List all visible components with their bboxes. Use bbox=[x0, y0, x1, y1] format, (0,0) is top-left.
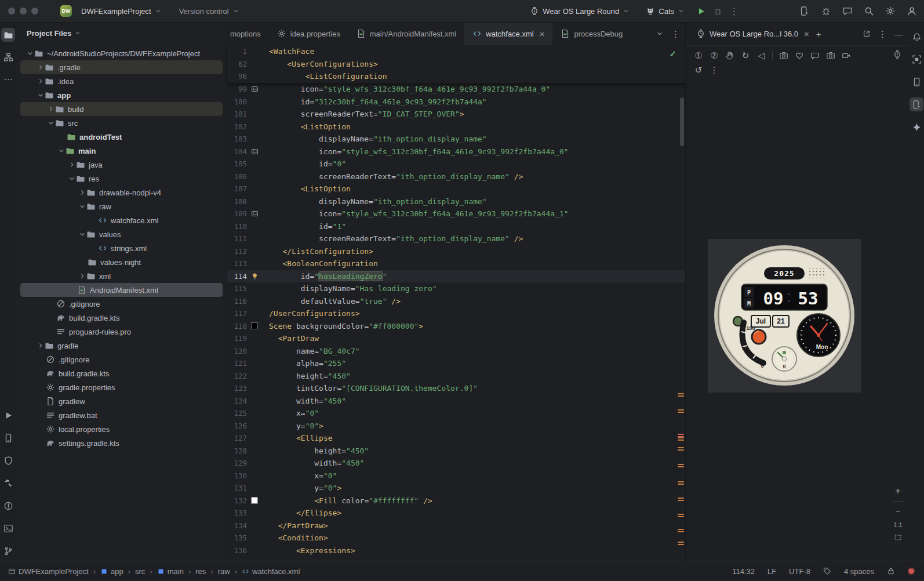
run-button[interactable] bbox=[696, 6, 706, 16]
watch-face-preview[interactable]: 2025 P M 09 53 Jul 21 bbox=[708, 239, 861, 393]
sticky-line[interactable]: 96 <ListConfiguration bbox=[227, 70, 686, 83]
close-tab-icon[interactable]: × bbox=[540, 29, 545, 39]
camera-button[interactable] bbox=[826, 51, 835, 60]
inspection-ok-icon[interactable]: ✓ bbox=[669, 49, 676, 59]
code-line[interactable]: 123 tintColor="[CONFIGURATION.themeColor… bbox=[227, 382, 686, 395]
project-view-selector[interactable]: Project Files bbox=[16, 22, 227, 44]
close-device-tab-icon[interactable]: × bbox=[804, 29, 809, 39]
tree-item[interactable]: java bbox=[20, 158, 223, 172]
back-button[interactable]: ◁ bbox=[756, 51, 766, 60]
chevron-down-icon[interactable] bbox=[37, 91, 45, 99]
breadcrumb-item[interactable]: DWFExampleProject bbox=[8, 567, 89, 576]
zoom-level[interactable]: 1:1 bbox=[893, 521, 902, 528]
tree-item[interactable]: gradlew bbox=[20, 394, 223, 408]
screen-record-button[interactable] bbox=[842, 51, 851, 60]
code-line[interactable]: 119 <PartDraw bbox=[227, 332, 686, 345]
breadcrumb-item[interactable]: app bbox=[100, 567, 123, 576]
code-line[interactable]: 115 displayName="Has leading zero" bbox=[227, 282, 686, 295]
tree-item[interactable]: .idea bbox=[20, 74, 223, 88]
hide-panel-icon[interactable]: — bbox=[894, 30, 903, 38]
caret-position[interactable]: 114:32 bbox=[732, 567, 755, 576]
chevron-right-icon[interactable] bbox=[78, 272, 86, 280]
editor-tab[interactable]: moptions bbox=[227, 22, 269, 45]
more-run-actions-icon[interactable]: ⋮ bbox=[730, 7, 739, 16]
add-device-tab-icon[interactable]: + bbox=[816, 30, 821, 38]
code-line[interactable]: 120 name="BG_40c7" bbox=[227, 345, 686, 358]
heart-rate-button[interactable] bbox=[795, 51, 804, 60]
zoom-in-button[interactable]: + bbox=[895, 486, 900, 496]
ai-chat-button[interactable] bbox=[842, 6, 853, 16]
stripe-mark[interactable] bbox=[678, 447, 684, 448]
stripe-mark[interactable] bbox=[678, 516, 684, 517]
stripe-mark[interactable] bbox=[678, 393, 684, 394]
code-line[interactable]: 99 icon="style_wfs_312c30bf_f64a_461e_9c… bbox=[227, 83, 686, 96]
chevron-right-icon[interactable] bbox=[68, 161, 76, 169]
code-line[interactable]: 111 screenReaderText="ith_option_display… bbox=[227, 233, 686, 245]
terminal-button[interactable] bbox=[1, 521, 15, 535]
debug-button[interactable] bbox=[713, 6, 723, 16]
palm-button[interactable] bbox=[725, 51, 734, 60]
code-line[interactable]: 128 height="450" bbox=[227, 445, 686, 457]
stripe-mark[interactable] bbox=[678, 434, 684, 435]
stripe-mark[interactable] bbox=[678, 531, 684, 532]
tag-button[interactable] bbox=[823, 567, 831, 575]
editor-tab[interactable]: watchface.xml× bbox=[464, 22, 552, 45]
tree-item[interactable]: values bbox=[20, 227, 223, 241]
run-tool-button[interactable] bbox=[1, 408, 15, 422]
code-line[interactable]: 127 <Ellipse bbox=[227, 432, 686, 445]
code-line[interactable]: 126 y="0"> bbox=[227, 420, 686, 433]
tree-item[interactable]: gradle.properties bbox=[20, 380, 223, 394]
tree-item[interactable]: build.gradle.kts bbox=[20, 366, 223, 380]
tree-item[interactable]: local.properties bbox=[20, 422, 223, 436]
file-encoding[interactable]: UTF-8 bbox=[789, 567, 810, 576]
code-line[interactable]: 117/UserConfigurations> bbox=[227, 307, 686, 320]
run-config-selector[interactable]: Cats bbox=[641, 4, 689, 18]
gemini-button[interactable] bbox=[910, 120, 923, 134]
tree-item[interactable]: raw bbox=[20, 199, 223, 213]
code-line[interactable]: 134 </PartDraw> bbox=[227, 520, 686, 532]
tree-item[interactable]: res bbox=[20, 172, 223, 186]
tree-item[interactable]: strings.xml bbox=[20, 241, 223, 255]
chevron-right-icon[interactable] bbox=[37, 63, 45, 71]
button2-button[interactable]: ② bbox=[710, 51, 719, 60]
chevron-down-icon[interactable] bbox=[26, 49, 34, 57]
code-line[interactable]: 122 height="450" bbox=[227, 370, 686, 383]
more-vertical-button[interactable]: ⋮ bbox=[710, 66, 719, 75]
device-pose-button[interactable] bbox=[893, 50, 902, 59]
tree-item[interactable]: main bbox=[20, 144, 223, 158]
stripe-mark[interactable] bbox=[678, 449, 684, 451]
device-manager-button[interactable] bbox=[910, 75, 923, 89]
stripe-mark[interactable] bbox=[678, 409, 684, 411]
code-line[interactable]: 110 id="1" bbox=[227, 220, 686, 233]
code-line[interactable]: 129 width="450" bbox=[227, 457, 686, 470]
sticky-line[interactable]: 1<WatchFace bbox=[227, 45, 686, 58]
tree-item[interactable]: .gitignore bbox=[20, 353, 223, 366]
stripe-mark[interactable] bbox=[678, 437, 684, 438]
tree-item[interactable]: androidTest bbox=[20, 130, 223, 144]
tree-item[interactable]: drawable-nodpi-v4 bbox=[20, 186, 223, 199]
code-line[interactable]: 105 id="0" bbox=[227, 158, 686, 170]
tree-item[interactable]: build bbox=[20, 102, 223, 116]
chevron-down-icon[interactable] bbox=[78, 202, 86, 210]
stripe-mark[interactable] bbox=[678, 440, 684, 441]
code-line[interactable]: 130 x="0" bbox=[227, 470, 686, 482]
hidden-tabs-icon[interactable] bbox=[656, 30, 664, 38]
tree-item[interactable]: src bbox=[20, 116, 223, 130]
stripe-mark[interactable] bbox=[678, 466, 684, 467]
breadcrumb-item[interactable]: watchface.xml bbox=[242, 567, 300, 576]
stripe-mark[interactable] bbox=[678, 544, 684, 545]
tree-item[interactable]: .gitignore bbox=[20, 297, 223, 311]
emulator-screen[interactable]: 2025 P M 09 53 Jul 21 bbox=[708, 239, 861, 393]
tree-item[interactable]: settings.gradle.kts bbox=[20, 436, 223, 450]
code-line[interactable]: 113 <BooleanConfiguration bbox=[227, 257, 686, 270]
tree-item[interactable]: gradle bbox=[20, 339, 223, 353]
logcat-button[interactable] bbox=[1, 431, 15, 445]
zoom-window-button[interactable] bbox=[31, 8, 38, 14]
editor-tab[interactable]: main/AndroidManifest.xml bbox=[348, 22, 465, 45]
stripe-mark[interactable] bbox=[678, 464, 684, 465]
chevron-down-icon[interactable] bbox=[68, 175, 76, 183]
code-line[interactable]: 132 <Fill color="#ffffffff" /> bbox=[227, 495, 686, 507]
tree-item[interactable]: proguard-rules.pro bbox=[20, 325, 223, 339]
code-line[interactable]: 133 </Ellipse> bbox=[227, 507, 686, 520]
stripe-mark[interactable] bbox=[678, 529, 684, 530]
